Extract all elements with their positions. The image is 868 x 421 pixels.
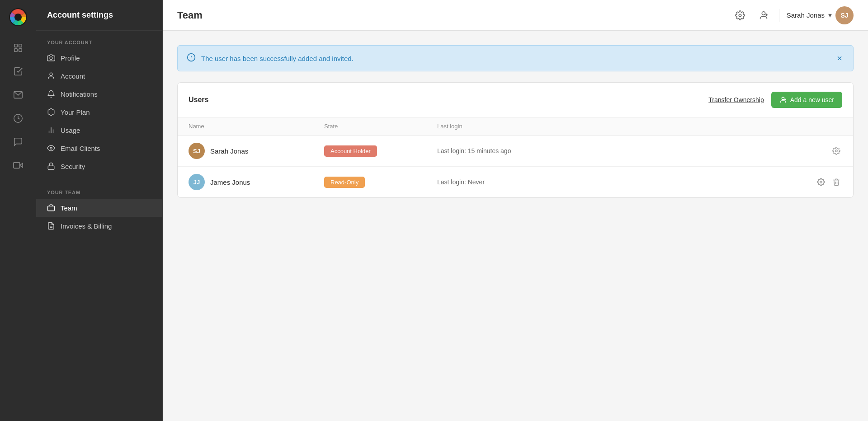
- svg-point-31: [820, 181, 822, 183]
- svg-point-1: [14, 14, 22, 21]
- sidebar-item-team-label: Team: [61, 204, 77, 212]
- success-alert: The user has been successfully added and…: [177, 45, 854, 71]
- user-state-sarah: Account Holder: [324, 145, 437, 157]
- svg-rect-2: [14, 44, 17, 47]
- last-login-james: Last login: Never: [437, 178, 815, 186]
- svg-rect-5: [19, 49, 22, 51]
- user-cell-james: JJ James Jonus: [189, 174, 324, 190]
- sidebar-item-email-clients[interactable]: Email Clients: [36, 139, 162, 157]
- add-user-icon-button[interactable]: [755, 7, 772, 23]
- sidebar-item-profile-label: Profile: [61, 54, 80, 62]
- briefcase-icon: [47, 204, 55, 212]
- main-header: Team Sarah Jonas ▾ SJ: [163, 0, 868, 31]
- lock-icon: [47, 162, 55, 170]
- sidebar: Account settings YOUR ACCOUNT Profile Ac…: [36, 0, 163, 421]
- icon-bar-tasks[interactable]: [8, 61, 28, 81]
- avatar-james: JJ: [189, 174, 205, 190]
- header-user-name: Sarah Jonas: [787, 11, 825, 19]
- col-state: State: [324, 123, 437, 130]
- app-logo[interactable]: [8, 7, 28, 29]
- sidebar-item-account-label: Account: [61, 72, 85, 80]
- sidebar-item-invoices[interactable]: Invoices & Billing: [36, 217, 162, 235]
- content-area: The user has been successfully added and…: [163, 31, 868, 421]
- last-login-sarah: Last login: 15 minutes ago: [437, 147, 815, 154]
- users-card: Users Transfer Ownership Add a new user …: [177, 82, 854, 198]
- settings-button-james[interactable]: [815, 176, 827, 188]
- settings-icon-button[interactable]: [732, 7, 748, 23]
- svg-rect-16: [48, 166, 54, 169]
- sidebar-item-account[interactable]: Account: [36, 67, 162, 85]
- sidebar-item-team[interactable]: Team: [36, 199, 162, 217]
- svg-marker-8: [20, 163, 23, 167]
- icon-bar-dashboard[interactable]: [8, 38, 28, 58]
- svg-point-10: [50, 57, 52, 60]
- bell-icon: [47, 90, 55, 98]
- svg-rect-3: [19, 44, 22, 47]
- your-team-label: YOUR TEAM: [36, 181, 162, 199]
- header-divider: [779, 9, 779, 22]
- icon-bar-history[interactable]: [8, 108, 28, 128]
- col-last-login: Last login: [437, 123, 815, 130]
- users-card-header: Users Transfer Ownership Add a new user: [178, 83, 853, 117]
- gear-row-icon-james: [817, 178, 825, 186]
- sidebar-title: Account settings: [47, 10, 113, 20]
- icon-bar-video[interactable]: [8, 155, 28, 175]
- eye-icon: [47, 144, 55, 152]
- sidebar-item-your-plan-label: Your Plan: [61, 108, 90, 116]
- users-header-actions: Transfer Ownership Add a new user: [708, 92, 842, 108]
- row-actions-sarah: [815, 145, 842, 157]
- users-section-title: Users: [189, 96, 208, 104]
- camera-icon: [47, 54, 55, 62]
- trash-icon: [832, 178, 840, 186]
- svg-rect-9: [14, 163, 20, 168]
- svg-rect-17: [48, 206, 55, 211]
- user-name-sarah: Sarah Jonas: [210, 147, 248, 155]
- icon-bar-mail[interactable]: [8, 85, 28, 105]
- user-icon: [47, 72, 55, 80]
- bar-chart-icon: [47, 126, 55, 134]
- gear-row-icon: [832, 147, 840, 155]
- chevron-down-icon: ▾: [828, 11, 832, 19]
- sidebar-item-security[interactable]: Security: [36, 157, 162, 175]
- col-actions: [815, 123, 842, 130]
- delete-button-james[interactable]: [830, 176, 842, 188]
- user-name-james: James Jonus: [210, 178, 250, 186]
- user-plus-small-icon: [779, 96, 787, 103]
- header-user-menu[interactable]: Sarah Jonas ▾ SJ: [787, 6, 854, 24]
- file-text-icon: [47, 222, 55, 230]
- your-account-label: YOUR ACCOUNT: [36, 31, 162, 49]
- info-icon: [187, 53, 196, 64]
- sidebar-item-your-plan[interactable]: Your Plan: [36, 103, 162, 121]
- icon-bar: [0, 0, 36, 421]
- user-state-james: Read-Only: [324, 177, 437, 188]
- main-content: Team Sarah Jonas ▾ SJ The use: [163, 0, 868, 421]
- sidebar-item-usage-label: Usage: [61, 126, 80, 134]
- table-row: SJ Sarah Jonas Account Holder Last login…: [178, 136, 853, 167]
- add-new-user-button[interactable]: Add a new user: [771, 92, 842, 108]
- svg-point-27: [782, 97, 784, 99]
- avatar-sarah: SJ: [189, 143, 205, 159]
- svg-point-15: [50, 147, 52, 150]
- svg-rect-4: [14, 49, 17, 51]
- table-header-row: Name State Last login: [178, 117, 853, 136]
- icon-bar-chat[interactable]: [8, 132, 28, 152]
- sidebar-item-invoices-label: Invoices & Billing: [61, 222, 112, 230]
- sidebar-item-profile[interactable]: Profile: [36, 49, 162, 67]
- gear-icon: [735, 10, 745, 20]
- transfer-ownership-button[interactable]: Transfer Ownership: [708, 96, 764, 103]
- col-name: Name: [189, 123, 324, 130]
- header-actions: Sarah Jonas ▾ SJ: [732, 6, 854, 24]
- user-cell-sarah: SJ Sarah Jonas: [189, 143, 324, 159]
- sidebar-item-notifications-label: Notifications: [61, 90, 98, 98]
- row-actions-james: [815, 176, 842, 188]
- sidebar-header: Account settings: [36, 0, 162, 31]
- sidebar-item-notifications[interactable]: Notifications: [36, 85, 162, 103]
- sidebar-item-security-label: Security: [61, 163, 85, 170]
- svg-point-30: [835, 150, 838, 152]
- svg-point-21: [762, 11, 765, 14]
- settings-button-sarah[interactable]: [830, 145, 842, 157]
- user-plus-icon: [759, 10, 769, 20]
- alert-close-button[interactable]: ×: [835, 54, 844, 63]
- svg-point-20: [739, 14, 741, 17]
- sidebar-item-usage[interactable]: Usage: [36, 121, 162, 139]
